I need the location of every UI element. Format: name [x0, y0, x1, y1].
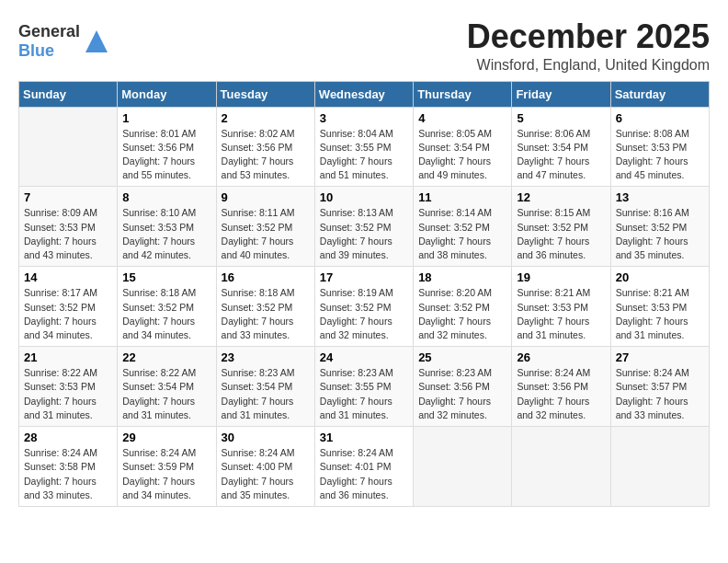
day-info: Sunrise: 8:05 AM Sunset: 3:54 PM Dayligh… [418, 127, 506, 183]
day-info: Sunrise: 8:06 AM Sunset: 3:54 PM Dayligh… [517, 127, 605, 183]
day-number: 10 [320, 190, 408, 204]
calendar-cell: 5Sunrise: 8:06 AM Sunset: 3:54 PM Daylig… [512, 107, 610, 187]
day-info: Sunrise: 8:23 AM Sunset: 3:56 PM Dayligh… [418, 366, 506, 422]
day-number: 22 [122, 350, 210, 364]
day-number: 28 [24, 431, 112, 444]
day-number: 4 [418, 111, 506, 125]
calendar-cell: 27Sunrise: 8:24 AM Sunset: 3:57 PM Dayli… [610, 347, 709, 427]
day-number: 18 [418, 270, 506, 284]
day-number: 1 [122, 111, 210, 125]
calendar-cell: 4Sunrise: 8:05 AM Sunset: 3:54 PM Daylig… [414, 107, 512, 187]
calendar-cell: 3Sunrise: 8:04 AM Sunset: 3:55 PM Daylig… [314, 107, 413, 187]
day-info: Sunrise: 8:24 AM Sunset: 4:01 PM Dayligh… [320, 446, 408, 502]
calendar-cell: 31Sunrise: 8:24 AM Sunset: 4:01 PM Dayli… [314, 427, 413, 507]
calendar-cell: 30Sunrise: 8:24 AM Sunset: 4:00 PM Dayli… [216, 427, 314, 507]
day-number: 14 [24, 270, 112, 284]
day-header-friday: Friday [512, 81, 610, 107]
calendar-cell: 16Sunrise: 8:18 AM Sunset: 3:52 PM Dayli… [216, 267, 314, 347]
day-number: 8 [122, 190, 210, 204]
calendar-cell: 2Sunrise: 8:02 AM Sunset: 3:56 PM Daylig… [216, 107, 314, 187]
day-number: 24 [320, 350, 408, 364]
calendar-cell: 18Sunrise: 8:20 AM Sunset: 3:52 PM Dayli… [414, 267, 512, 347]
day-number: 21 [24, 350, 112, 364]
calendar-cell: 19Sunrise: 8:21 AM Sunset: 3:53 PM Dayli… [512, 267, 610, 347]
calendar-week-row: 7Sunrise: 8:09 AM Sunset: 3:53 PM Daylig… [19, 187, 710, 267]
calendar-cell [610, 427, 709, 507]
calendar-cell: 1Sunrise: 8:01 AM Sunset: 3:56 PM Daylig… [118, 107, 216, 187]
day-info: Sunrise: 8:19 AM Sunset: 3:52 PM Dayligh… [320, 286, 408, 342]
svg-marker-0 [85, 30, 108, 52]
day-number: 23 [222, 350, 310, 364]
day-header-saturday: Saturday [610, 81, 709, 107]
day-info: Sunrise: 8:21 AM Sunset: 3:53 PM Dayligh… [616, 286, 704, 342]
calendar-cell: 20Sunrise: 8:21 AM Sunset: 3:53 PM Dayli… [610, 267, 709, 347]
day-info: Sunrise: 8:24 AM Sunset: 3:59 PM Dayligh… [122, 446, 210, 502]
calendar-cell: 11Sunrise: 8:14 AM Sunset: 3:52 PM Dayli… [414, 187, 512, 267]
day-number: 25 [418, 350, 506, 364]
title-block: December 2025 Winsford, England, United … [467, 18, 710, 74]
calendar-cell [512, 427, 610, 507]
day-number: 9 [222, 190, 310, 204]
day-info: Sunrise: 8:02 AM Sunset: 3:56 PM Dayligh… [222, 127, 310, 183]
location-subtitle: Winsford, England, United Kingdom [467, 57, 710, 74]
day-number: 30 [222, 431, 310, 444]
day-number: 11 [418, 190, 506, 204]
day-number: 15 [122, 270, 210, 284]
day-number: 26 [517, 350, 605, 364]
calendar-cell: 17Sunrise: 8:19 AM Sunset: 3:52 PM Dayli… [314, 267, 413, 347]
calendar-cell: 9Sunrise: 8:11 AM Sunset: 3:52 PM Daylig… [216, 187, 314, 267]
day-info: Sunrise: 8:08 AM Sunset: 3:53 PM Dayligh… [616, 127, 704, 183]
calendar-week-row: 1Sunrise: 8:01 AM Sunset: 3:56 PM Daylig… [19, 107, 710, 187]
calendar-cell: 15Sunrise: 8:18 AM Sunset: 3:52 PM Dayli… [118, 267, 216, 347]
day-info: Sunrise: 8:24 AM Sunset: 3:57 PM Dayligh… [616, 366, 704, 422]
day-header-thursday: Thursday [414, 81, 512, 107]
calendar-cell: 21Sunrise: 8:22 AM Sunset: 3:53 PM Dayli… [19, 347, 118, 427]
calendar-cell: 6Sunrise: 8:08 AM Sunset: 3:53 PM Daylig… [610, 107, 709, 187]
day-info: Sunrise: 8:13 AM Sunset: 3:52 PM Dayligh… [320, 206, 408, 262]
day-info: Sunrise: 8:16 AM Sunset: 3:52 PM Dayligh… [616, 206, 704, 262]
calendar-cell: 13Sunrise: 8:16 AM Sunset: 3:52 PM Dayli… [610, 187, 709, 267]
day-number: 16 [222, 270, 310, 284]
calendar-cell: 28Sunrise: 8:24 AM Sunset: 3:58 PM Dayli… [19, 427, 118, 507]
logo: General Blue [18, 22, 109, 61]
day-number: 7 [24, 190, 112, 204]
calendar-cell: 14Sunrise: 8:17 AM Sunset: 3:52 PM Dayli… [19, 267, 118, 347]
logo-icon [84, 29, 109, 54]
day-number: 2 [222, 111, 310, 125]
calendar-cell [414, 427, 512, 507]
day-info: Sunrise: 8:20 AM Sunset: 3:52 PM Dayligh… [418, 286, 506, 342]
day-info: Sunrise: 8:17 AM Sunset: 3:52 PM Dayligh… [24, 286, 112, 342]
logo-text: General Blue [18, 22, 80, 61]
day-number: 17 [320, 270, 408, 284]
calendar-week-row: 21Sunrise: 8:22 AM Sunset: 3:53 PM Dayli… [19, 347, 710, 427]
day-info: Sunrise: 8:24 AM Sunset: 3:58 PM Dayligh… [24, 446, 112, 502]
calendar-header-row: SundayMondayTuesdayWednesdayThursdayFrid… [19, 81, 710, 107]
calendar-cell: 25Sunrise: 8:23 AM Sunset: 3:56 PM Dayli… [414, 347, 512, 427]
day-number: 20 [616, 270, 704, 284]
day-number: 5 [517, 111, 605, 125]
calendar-week-row: 28Sunrise: 8:24 AM Sunset: 3:58 PM Dayli… [19, 427, 710, 507]
day-header-monday: Monday [118, 81, 216, 107]
day-info: Sunrise: 8:14 AM Sunset: 3:52 PM Dayligh… [418, 206, 506, 262]
calendar-cell: 8Sunrise: 8:10 AM Sunset: 3:53 PM Daylig… [118, 187, 216, 267]
calendar-cell: 29Sunrise: 8:24 AM Sunset: 3:59 PM Dayli… [118, 427, 216, 507]
day-info: Sunrise: 8:22 AM Sunset: 3:53 PM Dayligh… [24, 366, 112, 422]
day-number: 27 [616, 350, 704, 364]
day-number: 19 [517, 270, 605, 284]
day-info: Sunrise: 8:11 AM Sunset: 3:52 PM Dayligh… [222, 206, 310, 262]
day-number: 3 [320, 111, 408, 125]
calendar-cell: 26Sunrise: 8:24 AM Sunset: 3:56 PM Dayli… [512, 347, 610, 427]
day-number: 12 [517, 190, 605, 204]
day-info: Sunrise: 8:21 AM Sunset: 3:53 PM Dayligh… [517, 286, 605, 342]
day-header-wednesday: Wednesday [314, 81, 413, 107]
day-info: Sunrise: 8:04 AM Sunset: 3:55 PM Dayligh… [320, 127, 408, 183]
day-number: 13 [616, 190, 704, 204]
day-number: 29 [122, 431, 210, 444]
day-info: Sunrise: 8:22 AM Sunset: 3:54 PM Dayligh… [122, 366, 210, 422]
day-info: Sunrise: 8:23 AM Sunset: 3:54 PM Dayligh… [222, 366, 310, 422]
day-info: Sunrise: 8:15 AM Sunset: 3:52 PM Dayligh… [517, 206, 605, 262]
month-title: December 2025 [467, 18, 710, 55]
day-info: Sunrise: 8:18 AM Sunset: 3:52 PM Dayligh… [122, 286, 210, 342]
day-header-sunday: Sunday [19, 81, 118, 107]
calendar-cell: 12Sunrise: 8:15 AM Sunset: 3:52 PM Dayli… [512, 187, 610, 267]
